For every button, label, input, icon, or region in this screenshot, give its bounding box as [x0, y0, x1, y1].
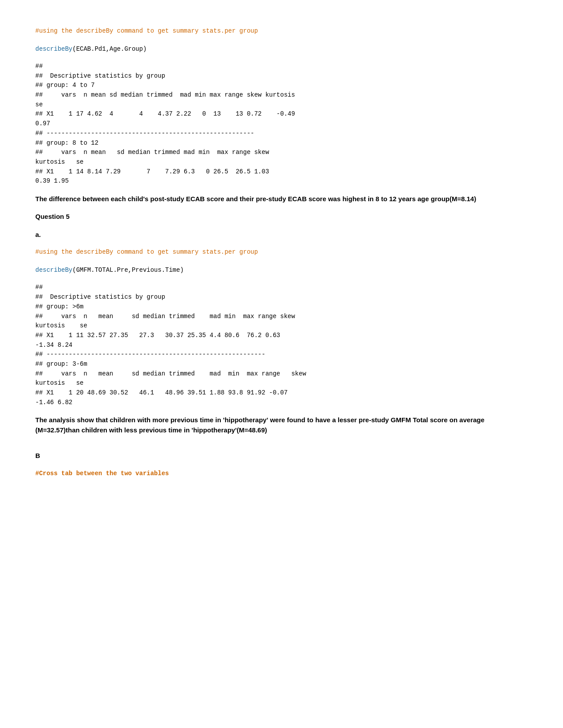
- output-lines-2: ## ## Descriptive statistics by group ##…: [35, 283, 528, 407]
- page-content: #using the describeBy command to get sum…: [35, 26, 528, 478]
- label-b: B: [35, 451, 528, 461]
- function-call-1: describeBy(ECAB.Pd1,Age.Group): [35, 44, 528, 54]
- section-b-label: B: [35, 451, 528, 461]
- bold-text-2: The analysis show that children with mor…: [35, 415, 528, 435]
- function-call-2: describeBy(GMFM.TOTAL.Pre,Previous.Time): [35, 265, 528, 275]
- comment-section-1: #using the describeBy command to get sum…: [35, 26, 528, 36]
- question-5-heading: Question 5: [35, 212, 528, 222]
- function-args-2: (GMFM.TOTAL.Pre,Previous.Time): [72, 266, 184, 274]
- bold-text-1: The difference between each child's post…: [35, 194, 528, 204]
- label-a: a.: [35, 230, 528, 240]
- comment-1: #using the describeBy command to get sum…: [35, 26, 528, 36]
- comment-3: #Cross tab between the two variables: [35, 469, 528, 478]
- bold-paragraph-2: The analysis show that children with mor…: [35, 415, 528, 435]
- code-output-1: ## ## Descriptive statistics by group ##…: [35, 62, 528, 186]
- code-output-2: ## ## Descriptive statistics by group ##…: [35, 283, 528, 407]
- function-name-1: describeBy: [35, 45, 72, 53]
- cross-tab-comment: #Cross tab between the two variables: [35, 469, 528, 478]
- function-args-1: (ECAB.Pd1,Age.Group): [72, 45, 147, 53]
- comment-2: #using the describeBy command to get sum…: [35, 248, 528, 257]
- function-name-2: describeBy: [35, 266, 72, 274]
- question-heading: Question 5: [35, 212, 528, 222]
- section-a-label: a.: [35, 230, 528, 240]
- bold-paragraph-1: The difference between each child's post…: [35, 194, 528, 204]
- output-lines-1: ## ## Descriptive statistics by group ##…: [35, 62, 528, 186]
- comment-section-2: #using the describeBy command to get sum…: [35, 248, 528, 257]
